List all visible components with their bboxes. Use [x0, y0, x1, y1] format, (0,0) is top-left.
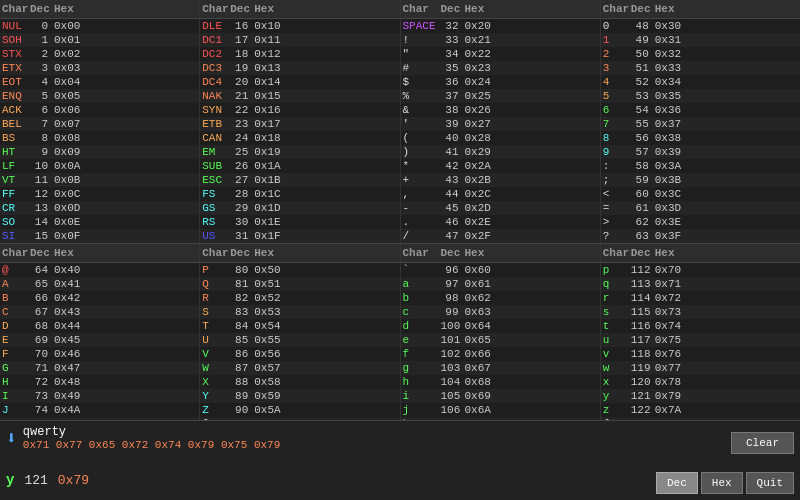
cell-hex: 0x25 — [461, 89, 497, 103]
cell-dec: 54 — [629, 103, 651, 117]
cell-hex: 0x1E — [250, 215, 286, 229]
table-row: F700x46V860x56f1020x66v1180x76 — [0, 347, 800, 361]
cell-char: & — [401, 103, 439, 117]
cell-char: # — [401, 61, 439, 75]
cell-char: ( — [401, 131, 439, 145]
cell-char: ' — [401, 117, 439, 131]
cell-dec: 3 — [28, 61, 50, 75]
cell-char: 6 — [601, 103, 629, 117]
cell-dec: 56 — [629, 131, 651, 145]
cell-hex: 0x1A — [250, 159, 286, 173]
cell-hex: 0x03 — [50, 61, 86, 75]
cell-dec: 115 — [629, 305, 651, 319]
cell-dec: 5 — [28, 89, 50, 103]
table-row: I730x49Y890x59i1050x69y1210x79 — [0, 389, 800, 403]
cell-dec: 36 — [439, 75, 461, 89]
cell-hex: 0x47 — [50, 361, 86, 375]
cell-dec: 63 — [629, 229, 651, 243]
cell-char: RS — [200, 215, 228, 229]
cell-char: t — [601, 319, 629, 333]
cell-hex: 0x2A — [461, 159, 497, 173]
cell-hex: 0x4A — [50, 403, 86, 417]
cell-hex: 0x61 — [461, 277, 497, 291]
cell-dec: 96 — [439, 263, 461, 277]
cell-dec: 21 — [228, 89, 250, 103]
dec-button[interactable]: Dec — [656, 472, 698, 494]
cell-hex: 0x2F — [461, 229, 497, 243]
quit-button[interactable]: Quit — [746, 472, 794, 494]
cell-char: R — [200, 291, 228, 305]
cell-dec: 70 — [28, 347, 50, 361]
cell-char: BEL — [0, 117, 28, 131]
cell-char: ` — [401, 263, 439, 277]
cell-dec: 2 — [28, 47, 50, 61]
cell-dec: 10 — [28, 159, 50, 173]
cell-char: 0 — [601, 19, 629, 33]
cell-dec: 41 — [439, 145, 461, 159]
cell-hex: 0x49 — [50, 389, 86, 403]
cell-char: " — [401, 47, 439, 61]
cell-hex: 0x11 — [250, 33, 286, 47]
cell-char: CR — [0, 201, 28, 215]
cell-hex: 0x13 — [250, 61, 286, 75]
cell-char: 7 — [601, 117, 629, 131]
cell-hex: 0x39 — [651, 145, 687, 159]
cell-dec: 85 — [228, 333, 250, 347]
table-row: HT90x09EM250x19)410x299570x39 — [0, 145, 800, 159]
cell-dec: 71 — [28, 361, 50, 375]
cell-hex: 0x14 — [250, 75, 286, 89]
cell-hex: 0x08 — [50, 131, 86, 145]
cell-dec: 28 — [228, 187, 250, 201]
cell-hex: 0x46 — [50, 347, 86, 361]
download-icon[interactable]: ⬇ — [6, 425, 17, 449]
cell-char: i — [401, 389, 439, 403]
cell-char: s — [601, 305, 629, 319]
cell-dec: 31 — [228, 229, 250, 243]
clear-button[interactable]: Clear — [731, 432, 794, 454]
header-dec-4: Dec — [629, 2, 651, 16]
header-char-4: Char — [601, 2, 629, 16]
cell-hex: 0x65 — [461, 333, 497, 347]
cell-dec: 1 — [28, 33, 50, 47]
cell-dec: 113 — [629, 277, 651, 291]
cell-char: I — [0, 389, 28, 403]
cell-char: v — [601, 347, 629, 361]
cell-char: 1 — [601, 33, 629, 47]
cell-dec: 17 — [228, 33, 250, 47]
cell-char: V — [200, 347, 228, 361]
cell-hex: 0x67 — [461, 361, 497, 375]
cell-dec: 86 — [228, 347, 250, 361]
cell-dec: 48 — [629, 19, 651, 33]
cell-dec: 4 — [28, 75, 50, 89]
cell-dec: 90 — [228, 403, 250, 417]
cell-hex: 0x73 — [651, 305, 687, 319]
cell-char: DC4 — [200, 75, 228, 89]
cell-dec: 8 — [28, 131, 50, 145]
cell-char: A — [0, 277, 28, 291]
cell-hex: 0x3E — [651, 215, 687, 229]
cell-dec: 27 — [228, 173, 250, 187]
cell-hex: 0x77 — [651, 361, 687, 375]
cell-char: ACK — [0, 103, 28, 117]
cell-char: j — [401, 403, 439, 417]
cell-char: @ — [0, 263, 28, 277]
cell-char: SI — [0, 229, 28, 243]
cell-dec: 119 — [629, 361, 651, 375]
cell-dec: 97 — [439, 277, 461, 291]
cell-hex: 0x0B — [50, 173, 86, 187]
cell-dec: 39 — [439, 117, 461, 131]
cell-hex: 0x0D — [50, 201, 86, 215]
hex-button[interactable]: Hex — [701, 472, 743, 494]
cell-char: 4 — [601, 75, 629, 89]
table-row: STX20x02DC2180x12"340x222500x32 — [0, 47, 800, 61]
cell-hex: 0x32 — [651, 47, 687, 61]
cell-char: u — [601, 333, 629, 347]
cell-dec: 120 — [629, 375, 651, 389]
cell-dec: 105 — [439, 389, 461, 403]
table-row: SO140x0ERS300x1E.460x2E>620x3E — [0, 215, 800, 229]
cell-char: ETB — [200, 117, 228, 131]
cell-hex: 0x64 — [461, 319, 497, 333]
cell-hex: 0x26 — [461, 103, 497, 117]
cell-dec: 80 — [228, 263, 250, 277]
cell-hex: 0x07 — [50, 117, 86, 131]
